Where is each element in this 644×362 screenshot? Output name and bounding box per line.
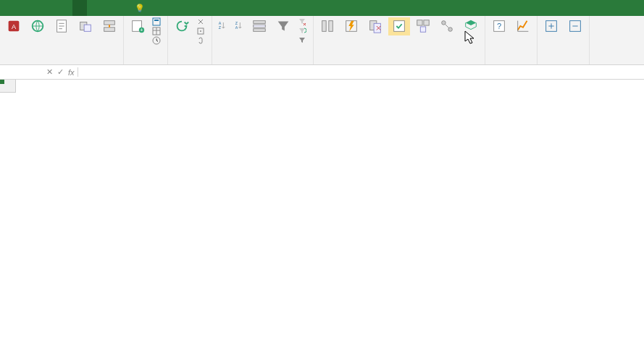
formula-bar: ✕ ✓ fx [0, 65, 644, 80]
tab-file[interactable] [0, 0, 14, 16]
tab-review[interactable] [87, 0, 101, 16]
formula-controls: ✕ ✓ fx [43, 67, 78, 77]
svg-point-16 [200, 30, 201, 32]
show-queries-button[interactable] [151, 17, 164, 26]
svg-rect-32 [420, 27, 425, 32]
svg-text:Z: Z [235, 21, 238, 25]
from-other-button[interactable] [75, 17, 96, 35]
tab-pagelayout[interactable] [43, 0, 58, 16]
fill-handle[interactable] [0, 80, 4, 84]
tab-view[interactable] [101, 0, 116, 16]
from-access-button[interactable]: A [3, 17, 25, 35]
svg-text:Z: Z [219, 25, 222, 30]
svg-rect-12 [154, 20, 159, 21]
data-validation-button[interactable] [388, 17, 410, 35]
svg-rect-28 [374, 23, 380, 33]
spreadsheet-grid[interactable] [0, 80, 644, 353]
svg-rect-5 [84, 25, 91, 31]
remove-duplicates-button[interactable] [364, 17, 386, 35]
tab-home[interactable] [14, 0, 29, 16]
relationships-button[interactable] [436, 17, 458, 35]
group-label-sort [215, 62, 310, 64]
sort-az-button[interactable]: AZ [215, 17, 230, 34]
ribbon: A + [0, 16, 644, 65]
tab-insert[interactable] [29, 0, 43, 16]
filter-button[interactable] [272, 17, 294, 35]
bulb-icon: 💡 [135, 4, 145, 13]
from-table-button[interactable] [151, 27, 164, 35]
tab-data[interactable] [72, 0, 87, 16]
svg-text:?: ? [497, 22, 501, 30]
refresh-all-button[interactable] [171, 17, 193, 35]
svg-rect-24 [322, 21, 327, 32]
properties-button[interactable] [195, 27, 209, 35]
consolidate-button[interactable] [412, 17, 434, 35]
svg-text:A: A [235, 25, 238, 30]
sort-za-button[interactable]: ZA [232, 17, 246, 34]
forecast-sheet-button[interactable] [512, 17, 534, 35]
group-label-tools [317, 62, 482, 64]
advanced-filter-button[interactable] [296, 36, 310, 45]
svg-rect-30 [417, 20, 422, 25]
svg-rect-11 [153, 18, 160, 25]
edit-links-button[interactable] [195, 36, 209, 45]
existing-conn-button[interactable] [99, 17, 120, 35]
group-label-transform [127, 62, 164, 64]
group-label-external [3, 62, 120, 64]
ungroup-button[interactable] [564, 17, 586, 35]
tell-me-search[interactable]: 💡 [130, 0, 148, 16]
sort-button[interactable] [248, 17, 270, 35]
fx-icon[interactable]: fx [68, 68, 75, 77]
group-button[interactable] [540, 17, 562, 35]
new-query-button[interactable]: + [127, 17, 149, 35]
svg-text:+: + [140, 27, 143, 33]
clear-filter-button[interactable] [296, 17, 310, 26]
from-web-button[interactable] [27, 17, 49, 35]
group-label-forecast [488, 62, 534, 64]
flash-fill-button[interactable] [340, 17, 362, 35]
text-to-columns-button[interactable] [317, 17, 338, 35]
svg-text:A: A [219, 21, 222, 25]
svg-rect-22 [254, 25, 266, 28]
whatif-button[interactable]: ? [488, 17, 510, 35]
data-model-button[interactable] [460, 17, 482, 35]
svg-rect-25 [329, 21, 333, 32]
svg-rect-23 [254, 29, 266, 32]
menu-tabs: 💡 [0, 0, 644, 16]
reapply-button[interactable] [296, 27, 310, 35]
recent-sources-button[interactable] [151, 36, 164, 45]
connections-button[interactable] [195, 17, 209, 26]
confirm-icon[interactable]: ✓ [57, 67, 64, 77]
svg-rect-7 [104, 28, 115, 32]
group-label-connections [171, 62, 209, 64]
svg-rect-21 [254, 21, 266, 24]
from-text-button[interactable] [51, 17, 72, 35]
svg-text:A: A [12, 23, 17, 30]
cancel-icon[interactable]: ✕ [46, 67, 53, 77]
svg-rect-29 [394, 21, 405, 32]
svg-rect-31 [424, 20, 429, 25]
tab-formulas[interactable] [58, 0, 72, 16]
tab-addins[interactable] [116, 0, 130, 16]
svg-rect-6 [104, 21, 115, 25]
group-label-outline [540, 62, 586, 64]
